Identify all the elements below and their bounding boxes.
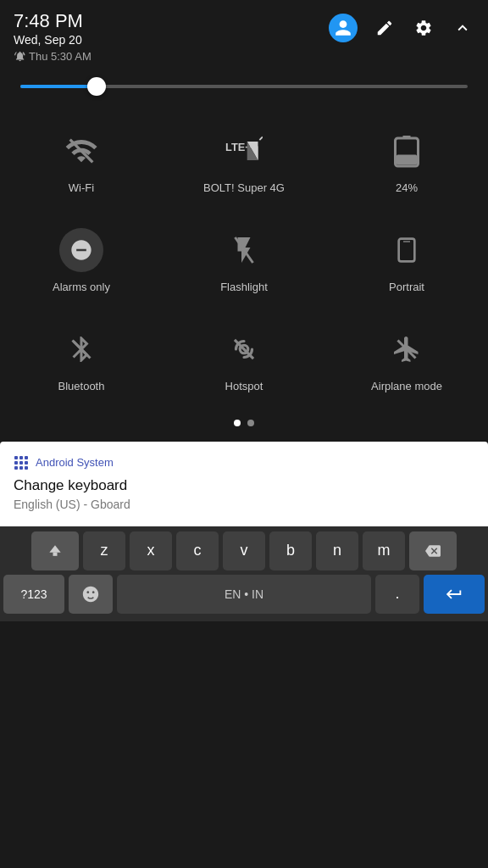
key-v[interactable]: v [223,531,265,570]
period-key[interactable]: . [375,575,419,614]
enter-key[interactable] [424,575,485,614]
edit-button[interactable] [373,16,396,40]
status-bar: 7:48 PM Wed, Sep 20 Thu 5:30 AM [0,0,488,70]
keyboard: z x c v b n m ?123 EN • IN . [0,526,488,621]
edit-icon [375,19,394,37]
notification-card[interactable]: Android System Change keyboard English (… [0,442,488,526]
bluetooth-icon [59,327,103,371]
gear-icon [414,19,433,37]
slider-fill [20,85,97,88]
keyboard-row-2: ?123 EN • IN . [3,575,485,614]
date-display: Wed, Sep 20 [14,32,92,47]
quick-tiles-grid: Wi-Fi LTE+ BOLT! Super 4G 24% [0,105,488,411]
backspace-key[interactable] [409,531,457,570]
airplane-icon [385,327,429,371]
grid-icon [14,456,28,470]
battery-icon [385,129,429,173]
svg-rect-6 [403,136,411,138]
notif-title: Change keyboard [14,477,474,494]
person-icon [334,19,352,37]
tile-hotspot-label: Hotspot [225,380,263,392]
user-avatar[interactable] [329,14,358,42]
wifi-icon [59,129,103,173]
collapse-button[interactable] [451,16,474,40]
key-x[interactable]: x [130,531,172,570]
time-display: 7:48 PM [14,10,92,32]
notif-subtitle: English (US) - Gboard [14,498,474,511]
space-key[interactable]: EN • IN [117,575,371,614]
portrait-icon [385,228,429,272]
tile-portrait-label: Portrait [389,281,424,293]
keyboard-row-1: z x c v b n m [3,531,485,570]
brightness-slider-container[interactable] [0,70,488,105]
key-c[interactable]: c [176,531,219,570]
settings-button[interactable] [412,16,435,40]
tile-flashlight[interactable]: Flashlight [163,213,325,312]
tile-alarms-label: Alarms only [53,281,110,293]
tile-bluetooth[interactable]: Bluetooth [0,312,163,411]
key-n[interactable]: n [316,531,358,570]
slider-track [20,85,468,88]
tile-lte-label: BOLT! Super 4G [203,181,285,194]
tile-alarms-only[interactable]: Alarms only [0,213,163,312]
svg-line-13 [235,339,253,358]
android-system-icon [14,455,29,470]
flashlight-icon [222,228,266,272]
alarm-row: Thu 5:30 AM [14,50,92,63]
key-m[interactable]: m [363,531,405,570]
lang-label: EN • IN [225,587,263,601]
svg-rect-10 [403,241,410,242]
tile-wifi[interactable]: Wi-Fi [0,114,163,213]
dot-1[interactable] [234,420,241,426]
tile-battery[interactable]: 24% [325,114,488,213]
tile-bluetooth-label: Bluetooth [58,380,105,392]
shift-key[interactable] [31,531,79,570]
dot-2[interactable] [247,420,254,426]
notif-app-name: Android System [36,456,114,469]
minus-circle-icon [69,238,93,262]
tile-flashlight-label: Flashlight [220,281,268,293]
status-icons [329,10,474,42]
tile-portrait[interactable]: Portrait [325,213,488,312]
notif-header: Android System [14,455,474,470]
alarms-icon-bg [59,228,103,272]
svg-rect-15 [53,552,58,555]
tile-airplane-label: Airplane mode [371,380,442,392]
slider-thumb[interactable] [87,77,106,96]
key-z[interactable]: z [83,531,125,570]
alarm-icon [14,50,25,62]
chevron-up-icon [453,19,472,37]
tile-hotspot[interactable]: Hotspot [163,312,325,411]
sym-label: ?123 [20,587,47,601]
time-block: 7:48 PM Wed, Sep 20 Thu 5:30 AM [14,10,92,63]
alarm-text: Thu 5:30 AM [29,50,92,63]
tile-wifi-label: Wi-Fi [69,181,94,194]
tile-battery-label: 24% [396,181,418,194]
tile-airplane[interactable]: Airplane mode [325,312,488,411]
key-b[interactable]: b [269,531,312,570]
tile-lte[interactable]: LTE+ BOLT! Super 4G [163,114,325,213]
sym-key[interactable]: ?123 [3,575,64,614]
hotspot-icon [222,327,266,371]
emoji-key[interactable] [69,575,113,614]
lte-icon: LTE+ [222,129,266,173]
page-dots [0,411,488,440]
svg-rect-7 [396,154,417,164]
